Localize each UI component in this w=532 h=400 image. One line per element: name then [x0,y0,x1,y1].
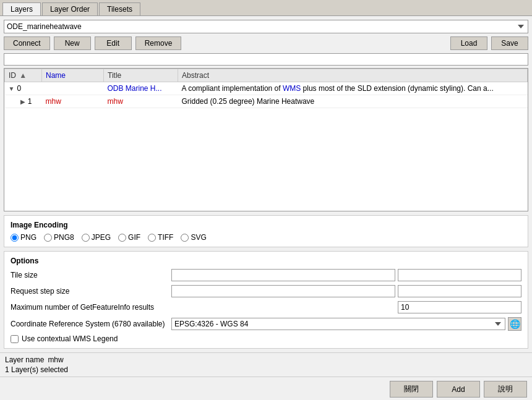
radio-gif[interactable] [118,234,126,242]
new-button[interactable]: New [54,36,91,50]
tabs-bar: Layers Layer Order Tilesets [0,0,532,16]
tab-tilesets[interactable]: Tilesets [99,2,140,15]
request-step-input1[interactable] [171,285,395,297]
toolbar-row: Connect New Edit Remove Load Save [4,36,528,50]
encoding-tiff[interactable]: TIFF [148,233,173,242]
crs-row: Coordinate Reference System (6780 availa… [11,317,521,331]
col-name-header[interactable]: Name [42,69,104,82]
encoding-svg[interactable]: SVG [181,233,206,242]
layer-name-row: Layer name mhw [5,355,527,364]
col-title-header[interactable]: Title [104,69,178,82]
max-features-input[interactable] [398,301,521,313]
row0-title: ODB Marine H... [104,82,178,95]
row1-abstract: Gridded (0.25 degree) Marine Heatwave [178,95,528,108]
options-section: Options Tile size Request step size Maxi… [4,251,528,349]
save-button[interactable]: Save [491,36,528,50]
max-features-label: Maximum number of GetFeatureInfo results [11,303,171,312]
image-encoding-header: Image Encoding [11,221,521,229]
toolbar-right: Load Save [450,36,528,50]
radio-jpeg[interactable] [82,234,90,242]
help-button[interactable]: 說明 [484,381,527,398]
radio-png[interactable] [11,234,19,242]
options-header: Options [11,257,521,265]
row0-id: ▼0 [5,82,42,95]
wms-legend-label: Use contextual WMS Legend [22,334,118,343]
tab-tilesets-label: Tilesets [107,5,132,14]
connect-button[interactable]: Connect [4,36,50,50]
status-text: 1 Layer(s) selected [5,365,68,374]
load-button[interactable]: Load [450,36,487,50]
crs-dropdown[interactable]: EPSG:4326 - WGS 84 [171,318,505,330]
toolbar-left: Connect New Edit Remove [4,36,181,50]
edit-button[interactable]: Edit [95,36,132,50]
connection-row: ODE_marineheatwave [4,20,528,33]
image-encoding-section: Image Encoding PNG PNG8 JPEG GIF TIFF SV… [4,215,528,247]
add-button[interactable]: Add [437,381,480,398]
layer-name-label: Layer name [5,355,44,364]
max-features-row: Maximum number of GetFeatureInfo results [11,301,521,313]
row1-name: mhw [42,95,104,108]
bottom-bar: Layer name mhw 1 Layer(s) selected [0,352,532,377]
radio-tiff[interactable] [148,234,156,242]
request-step-input2[interactable] [398,285,521,297]
tab-layer-order-label: Layer Order [50,5,90,14]
encoding-gif[interactable]: GIF [118,233,140,242]
tab-layers[interactable]: Layers [2,2,41,15]
encoding-png[interactable]: PNG [11,233,36,242]
connection-dropdown[interactable]: ODE_marineheatwave [4,20,528,33]
tile-size-label: Tile size [11,271,171,279]
tile-size-input1[interactable] [171,269,395,281]
table-row[interactable]: ▶1 mhw mhw Gridded (0.25 degree) Marine … [5,95,528,108]
layers-table-container: ID ▲ Name Title Abstract ▼0 ODB Marine H… [4,68,528,211]
status-row: 1 Layer(s) selected [5,365,527,374]
footer-buttons: 關閉 Add 說明 [0,377,532,400]
crs-label: Coordinate Reference System (6780 availa… [11,320,171,328]
row1-id: ▶1 [5,95,42,108]
tile-size-row: Tile size [11,269,521,281]
table-row[interactable]: ▼0 ODB Marine H... A compliant implement… [5,82,528,95]
expand-icon-0[interactable]: ▼ [9,85,15,92]
row0-abstract: A compliant implementation of WMS plus m… [178,82,528,95]
search-row [4,53,528,66]
crs-select-wrapper: EPSG:4326 - WGS 84 🌐 [171,317,521,331]
layers-table: ID ▲ Name Title Abstract ▼0 ODB Marine H… [4,69,528,108]
row0-name [42,82,104,95]
tab-layer-order[interactable]: Layer Order [42,2,98,15]
encoding-png8[interactable]: PNG8 [44,233,74,242]
layer-name-value: mhw [48,355,63,364]
request-step-label: Request step size [11,287,171,296]
globe-button[interactable]: 🌐 [508,317,521,331]
tab-layers-label: Layers [11,5,33,14]
wms-legend-row: Use contextual WMS Legend [11,334,521,343]
main-content: ODE_marineheatwave Connect New Edit Remo… [0,16,532,352]
sort-icon: ▲ [19,71,27,80]
request-step-row: Request step size [11,285,521,297]
wms-legend-checkbox[interactable] [11,335,19,343]
encoding-jpeg[interactable]: JPEG [82,233,111,242]
col-abstract-header[interactable]: Abstract [178,69,528,82]
table-header-row: ID ▲ Name Title Abstract [5,69,528,82]
encoding-radio-row: PNG PNG8 JPEG GIF TIFF SVG [11,233,521,242]
remove-button[interactable]: Remove [135,36,182,50]
expand-icon-1[interactable]: ▶ [20,98,25,105]
close-button[interactable]: 關閉 [390,381,433,398]
radio-png8[interactable] [44,234,52,242]
col-id-header[interactable]: ID ▲ [5,69,42,82]
radio-svg[interactable] [181,234,189,242]
search-input[interactable] [4,53,528,66]
row1-title: mhw [104,95,178,108]
tile-size-input2[interactable] [398,269,521,281]
